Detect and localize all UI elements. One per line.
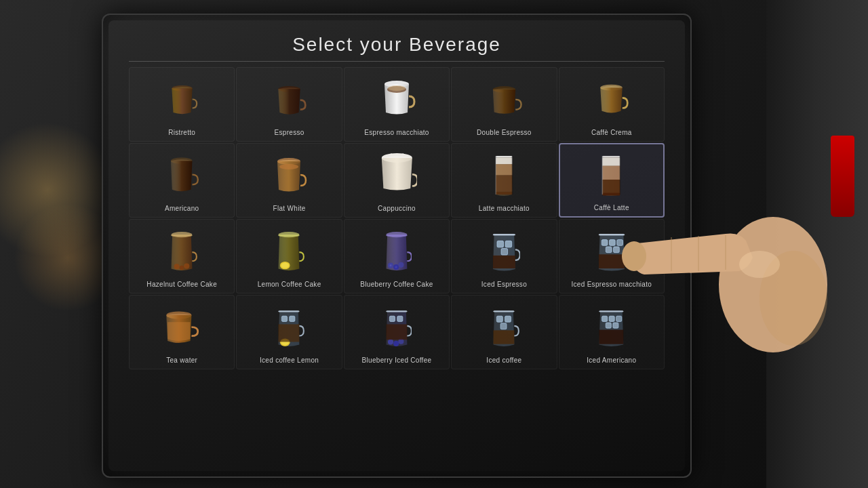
svg-rect-41: [492, 234, 515, 236]
beverage-flat-white[interactable]: Flat White: [236, 143, 342, 218]
svg-rect-42: [497, 241, 504, 247]
beverage-iced-coffee[interactable]: Iced coffee: [451, 295, 557, 369]
svg-rect-21: [603, 180, 620, 195]
tea-water-cup-area: [132, 301, 231, 353]
beverage-espresso[interactable]: Espresso: [236, 67, 342, 142]
hazelnut-cup-area: [132, 225, 231, 277]
lemon-cup-area: [239, 225, 338, 277]
beverage-blueberry-coffee-cake[interactable]: Blueberry Coffee Cake: [344, 219, 450, 293]
svg-point-33: [281, 263, 289, 268]
svg-rect-74: [610, 316, 615, 321]
blueberry-iced-cup-area: [347, 301, 446, 353]
svg-rect-75: [616, 316, 622, 321]
beverage-iced-espresso[interactable]: Iced Espresso: [451, 219, 557, 293]
svg-point-9: [279, 164, 298, 169]
hazelnut-cup-icon: [167, 229, 197, 273]
blueberry-cup-area: [347, 225, 446, 277]
right-machine-panel: [766, 0, 868, 488]
svg-rect-76: [606, 323, 612, 328]
beverage-americano[interactable]: Americano: [129, 143, 235, 218]
iced-coffee-label: Iced coffee: [486, 356, 521, 365]
hazelnut-coffee-cake-label: Hazelnut Coffee Cake: [146, 280, 217, 289]
beverage-caffe-crema[interactable]: Caffè Crema: [559, 67, 665, 142]
iced-coffee-lemon-cup-area: [239, 301, 338, 353]
svg-rect-13: [496, 164, 512, 175]
svg-rect-59: [279, 324, 300, 342]
svg-rect-68: [496, 316, 502, 322]
svg-point-31: [279, 232, 300, 237]
beverage-blueberry-iced-coffee[interactable]: Blueberry Iced Coffee: [344, 295, 450, 369]
svg-rect-45: [492, 256, 515, 268]
svg-point-29: [184, 263, 189, 268]
double-espresso-label: Double Espresso: [477, 128, 532, 137]
svg-rect-73: [602, 316, 608, 321]
beverage-iced-coffee-lemon[interactable]: Iced coffee Lemon: [236, 295, 342, 369]
svg-point-4: [388, 85, 406, 91]
svg-rect-51: [613, 247, 619, 253]
blueberry-iced-cup-icon: [382, 305, 412, 349]
beverage-latte-macchiato[interactable]: Latte macchiato: [451, 143, 557, 218]
beverage-espresso-macchiato[interactable]: Espresso macchiato: [344, 67, 450, 142]
caffe-crema-cup-icon: [589, 77, 633, 121]
cappuccino-cup-area: [347, 149, 446, 201]
svg-rect-20: [603, 166, 620, 180]
beverage-hazelnut-coffee-cake[interactable]: Hazelnut Coffee Cake: [129, 219, 235, 293]
red-bottle: [831, 136, 854, 217]
svg-point-63: [388, 339, 393, 344]
beverage-caffe-latte[interactable]: Caffè Latte: [559, 143, 665, 218]
beverage-iced-espresso-macchiato[interactable]: Iced Espresso macchiato: [559, 219, 665, 293]
beverage-grid: Ristretto: [129, 67, 665, 369]
beverage-iced-americano[interactable]: Iced Americano: [559, 295, 665, 369]
blueberry-coffee-cake-label: Blueberry Coffee Cake: [360, 280, 433, 289]
caffe-latte-label: Caffè Latte: [594, 203, 629, 212]
iced-coffee-lemon-cup-icon: [274, 305, 304, 349]
tea-water-label: Tea water: [166, 356, 197, 365]
svg-point-39: [389, 264, 391, 266]
svg-point-28: [180, 266, 184, 270]
svg-rect-12: [496, 158, 512, 165]
svg-rect-22: [603, 193, 620, 196]
beverage-cappuccino[interactable]: Cappuccino: [344, 143, 450, 218]
beverage-ristretto[interactable]: Ristretto: [129, 67, 235, 142]
iced-americano-label: Iced Americano: [587, 356, 636, 365]
screen-title: Select your Beverage: [129, 34, 665, 62]
beverage-tea-water[interactable]: Tea water: [129, 295, 235, 369]
espresso-macchiato-cup-area: [347, 73, 446, 125]
svg-rect-66: [386, 324, 407, 340]
iced-americano-cup-area: [562, 301, 661, 353]
espresso-cup-icon: [267, 77, 311, 121]
svg-point-26: [171, 232, 192, 237]
tea-water-cup-icon: [160, 306, 204, 347]
beverage-double-espresso[interactable]: Double Espresso: [451, 67, 557, 142]
svg-rect-62: [397, 316, 402, 321]
svg-rect-17: [512, 156, 513, 195]
caffe-crema-cup-area: [562, 73, 661, 125]
iced-espresso-macchiato-cup-icon: [594, 229, 629, 273]
svg-rect-69: [505, 316, 511, 322]
svg-rect-52: [599, 254, 625, 268]
latte-macchiato-cup-icon: [490, 153, 518, 197]
caffe-latte-cup-area: [563, 150, 660, 201]
blueberry-iced-coffee-label: Blueberry Iced Coffee: [362, 356, 432, 365]
svg-rect-71: [494, 330, 515, 344]
svg-rect-72: [599, 310, 624, 312]
svg-point-40: [395, 266, 397, 268]
svg-rect-19: [603, 158, 620, 166]
double-espresso-cup-area: [454, 73, 553, 125]
screen-inner: Select your Beverage: [108, 20, 685, 471]
beverage-lemon-coffee-cake[interactable]: Lemon Coffee Cake: [236, 219, 342, 293]
svg-rect-11: [496, 156, 512, 157]
caffe-crema-label: Caffè Crema: [591, 128, 632, 137]
svg-rect-18: [603, 156, 620, 157]
svg-rect-23: [602, 156, 604, 195]
ristretto-cup-area: [132, 73, 231, 125]
iced-espresso-macchiato-label: Iced Espresso macchiato: [571, 280, 652, 289]
iced-coffee-cup-area: [454, 301, 553, 353]
svg-point-38: [398, 262, 403, 268]
svg-point-27: [174, 264, 179, 269]
flat-white-label: Flat White: [273, 204, 306, 213]
svg-rect-61: [389, 316, 395, 321]
lemon-coffee-cake-label: Lemon Coffee Cake: [258, 280, 321, 289]
espresso-macchiato-label: Espresso macchiato: [364, 128, 429, 137]
svg-rect-56: [290, 316, 295, 321]
